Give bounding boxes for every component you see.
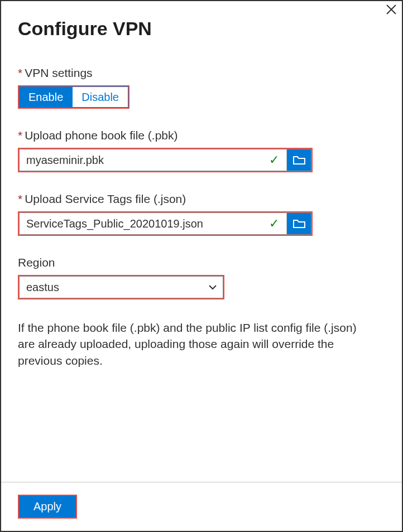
phonebook-input[interactable] xyxy=(19,149,261,171)
panel-title: Configure VPN xyxy=(18,18,385,40)
vpn-settings-label-text: VPN settings xyxy=(25,66,92,79)
servicetags-label: *Upload Service Tags file (.json) xyxy=(18,192,385,206)
vpn-toggle: Enable Disable xyxy=(18,85,129,109)
close-icon[interactable] xyxy=(386,4,396,17)
folder-icon xyxy=(293,155,305,165)
phonebook-input-row: ✓ xyxy=(18,148,313,172)
phonebook-browse-button[interactable] xyxy=(287,149,311,171)
folder-icon xyxy=(293,219,305,229)
region-label: Region xyxy=(18,256,385,269)
region-group: Region eastus xyxy=(18,256,385,299)
configure-vpn-panel: Configure VPN *VPN settings Enable Disab… xyxy=(0,0,403,532)
servicetags-input-row: ✓ xyxy=(18,211,313,236)
vpn-disable-button[interactable]: Disable xyxy=(73,86,128,108)
vpn-settings-label: *VPN settings xyxy=(18,66,385,80)
check-icon: ✓ xyxy=(261,149,287,171)
phonebook-group: *Upload phone book file (.pbk) ✓ xyxy=(18,129,385,172)
servicetags-group: *Upload Service Tags file (.json) ✓ xyxy=(18,192,385,236)
servicetags-browse-button[interactable] xyxy=(287,212,311,235)
vpn-enable-button[interactable]: Enable xyxy=(19,86,73,108)
servicetags-label-text: Upload Service Tags file (.json) xyxy=(25,192,186,205)
required-indicator: * xyxy=(18,192,22,205)
panel-content: Configure VPN *VPN settings Enable Disab… xyxy=(1,1,402,482)
check-icon: ✓ xyxy=(261,212,287,235)
vpn-settings-group: *VPN settings Enable Disable xyxy=(18,66,385,109)
required-indicator: * xyxy=(18,129,22,142)
apply-button[interactable]: Apply xyxy=(19,496,76,518)
apply-button-frame: Apply xyxy=(18,495,77,519)
help-text: If the phone book file (.pbk) and the pu… xyxy=(18,320,364,369)
phonebook-label-text: Upload phone book file (.pbk) xyxy=(25,129,177,142)
required-indicator: * xyxy=(18,66,22,79)
phonebook-label: *Upload phone book file (.pbk) xyxy=(18,129,385,142)
region-select[interactable]: eastus xyxy=(18,275,224,299)
panel-footer: Apply xyxy=(1,482,402,531)
servicetags-input[interactable] xyxy=(19,212,261,235)
region-select-value: eastus xyxy=(19,276,223,298)
